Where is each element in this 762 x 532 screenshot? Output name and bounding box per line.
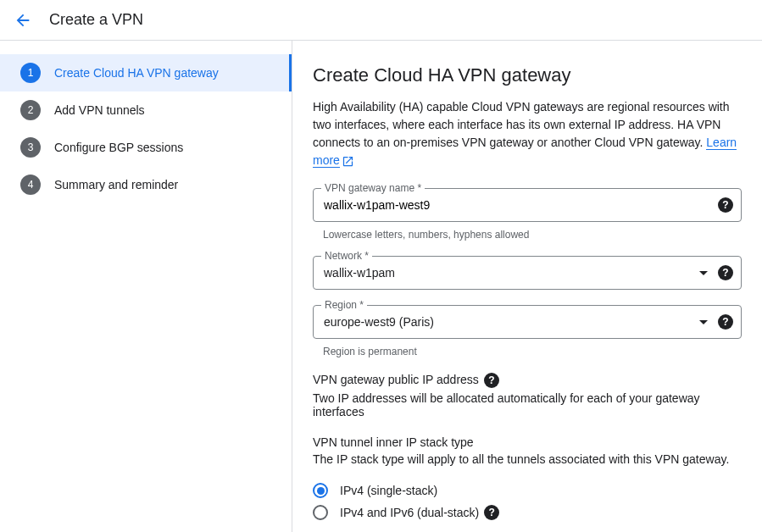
radio-label: IPv4 and IPv6 (dual-stack) bbox=[340, 506, 479, 519]
field-icons: ? bbox=[718, 197, 733, 213]
help-icon[interactable]: ? bbox=[718, 197, 733, 213]
step-create-gateway[interactable]: 1 Create Cloud HA VPN gateway bbox=[0, 54, 292, 91]
step-number: 4 bbox=[20, 175, 41, 195]
field-label: VPN gateway name * bbox=[321, 182, 425, 194]
field-icons: ? bbox=[699, 265, 733, 280]
radio-ipv4-single[interactable]: IPv4 (single-stack) bbox=[313, 483, 742, 498]
step-label: Create Cloud HA VPN gateway bbox=[54, 66, 219, 80]
step-label: Configure BGP sessions bbox=[54, 141, 183, 154]
main-title: Create Cloud HA VPN gateway bbox=[313, 64, 742, 86]
field-label: Network * bbox=[321, 250, 372, 262]
radio-icon bbox=[313, 483, 328, 498]
radio-label: IPv4 (single-stack) bbox=[340, 484, 437, 497]
field-hint: Region is permanent bbox=[323, 346, 742, 357]
step-configure-bgp[interactable]: 3 Configure BGP sessions bbox=[0, 129, 292, 166]
region-value: europe-west9 (Paris) bbox=[324, 315, 434, 329]
step-number: 2 bbox=[20, 100, 41, 120]
external-link-icon bbox=[342, 155, 354, 168]
region-dropdown[interactable]: europe-west9 (Paris) bbox=[313, 305, 742, 339]
stack-type-text: The IP stack type will apply to all the … bbox=[313, 452, 742, 466]
field-icons: ? bbox=[699, 314, 733, 330]
ip-address-label-text: VPN gateway public IP address bbox=[313, 373, 479, 386]
step-add-tunnels[interactable]: 2 Add VPN tunnels bbox=[0, 91, 292, 129]
network-dropdown[interactable]: wallix-w1pam bbox=[313, 256, 742, 290]
chevron-down-icon bbox=[699, 320, 708, 324]
step-number: 3 bbox=[20, 137, 41, 158]
gateway-name-input[interactable] bbox=[324, 198, 707, 212]
step-number: 1 bbox=[20, 63, 41, 83]
sidebar: 1 Create Cloud HA VPN gateway 2 Add VPN … bbox=[0, 41, 292, 532]
help-icon[interactable]: ? bbox=[718, 314, 733, 330]
chevron-down-icon bbox=[699, 271, 708, 275]
stack-type-label: VPN tunnel inner IP stack type bbox=[313, 435, 742, 449]
page-title: Create a VPN bbox=[49, 11, 143, 29]
field-label: Region * bbox=[321, 299, 367, 311]
radio-icon bbox=[313, 505, 328, 520]
region-field: Region * europe-west9 (Paris) ? bbox=[313, 305, 742, 339]
help-icon[interactable]: ? bbox=[484, 373, 499, 388]
step-label: Add VPN tunnels bbox=[54, 103, 145, 117]
network-value: wallix-w1pam bbox=[324, 266, 395, 280]
page-header: Create a VPN bbox=[0, 0, 762, 41]
help-icon[interactable]: ? bbox=[484, 505, 499, 520]
vpn-gateway-name-field: VPN gateway name * ? bbox=[313, 188, 742, 222]
step-summary[interactable]: 4 Summary and reminder bbox=[0, 166, 292, 203]
ip-address-label: VPN gateway public IP address? bbox=[313, 373, 742, 388]
main-content: Create Cloud HA VPN gateway High Availab… bbox=[292, 41, 762, 532]
step-label: Summary and reminder bbox=[54, 178, 178, 191]
layout: 1 Create Cloud HA VPN gateway 2 Add VPN … bbox=[0, 41, 762, 532]
help-icon[interactable]: ? bbox=[718, 265, 733, 280]
description: High Availability (HA) capable Cloud VPN… bbox=[313, 98, 742, 169]
field-hint: Lowercase letters, numbers, hyphens allo… bbox=[323, 229, 742, 241]
description-text: High Availability (HA) capable Cloud VPN… bbox=[313, 100, 730, 149]
radio-ipv4-ipv6-dual[interactable]: IPv4 and IPv6 (dual-stack) ? bbox=[313, 505, 742, 520]
network-field: Network * wallix-w1pam ? bbox=[313, 256, 742, 290]
back-arrow-icon[interactable] bbox=[14, 11, 32, 30]
ip-address-text: Two IP addresses will be allocated autom… bbox=[313, 391, 742, 418]
